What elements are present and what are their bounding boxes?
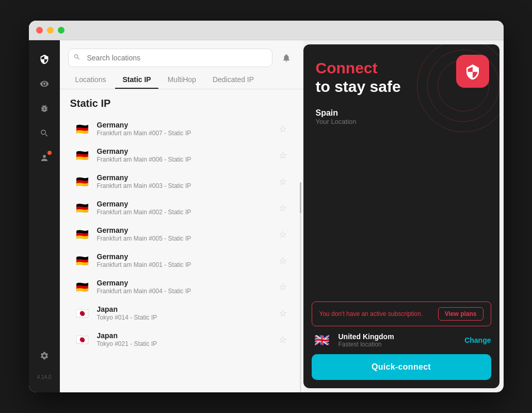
scrollbar-track[interactable]	[300, 182, 301, 392]
app-body: 4.14.0	[29, 40, 504, 392]
minimize-button[interactable]	[47, 27, 54, 34]
location-subtitle: Frankfurt am Main #003 - Static IP	[97, 182, 277, 189]
favorite-button[interactable]: ☆	[277, 227, 289, 242]
logo-circle	[456, 55, 489, 88]
location-subtitle: Frankfurt am Main #006 - Static IP	[97, 156, 277, 163]
list-item[interactable]: 🇩🇪 Germany Frankfurt am Main #002 - Stat…	[64, 195, 299, 221]
quick-connect-button[interactable]: Quick-connect	[312, 354, 491, 380]
sidebar-item-eye[interactable]	[34, 73, 55, 94]
location-name: Germany	[97, 173, 277, 182]
view-plans-button[interactable]: View plans	[438, 307, 483, 321]
list-item[interactable]: 🇩🇪 Germany Frankfurt am Main #005 - Stat…	[64, 221, 299, 247]
fastest-label: Fastest location	[338, 341, 459, 348]
location-subtitle: Frankfurt am Main #001 - Static IP	[97, 261, 277, 268]
location-name: Germany	[97, 226, 277, 234]
fastest-info: United Kingdom Fastest location	[338, 332, 459, 348]
tabs-row: Locations Static IP MultiHop Dedicated I…	[60, 71, 303, 89]
favorite-button[interactable]: ☆	[277, 174, 289, 189]
location-info: Germany Frankfurt am Main #002 - Static …	[97, 200, 277, 216]
favorite-button[interactable]: ☆	[277, 253, 289, 268]
location-info: Japan Tokyo #014 - Static IP	[97, 305, 277, 321]
favorite-button[interactable]: ☆	[277, 148, 289, 163]
sidebar-item-bug[interactable]	[34, 98, 55, 119]
location-name: Germany	[97, 252, 277, 261]
list-item[interactable]: 🇩🇪 Germany Frankfurt am Main #004 - Stat…	[64, 274, 299, 300]
location-name: Germany	[97, 147, 277, 155]
location-name: Germany	[97, 121, 277, 129]
flag-icon: 🇩🇪	[74, 123, 91, 135]
favorite-button[interactable]: ☆	[277, 332, 289, 347]
location-subtitle: Tokyo #021 - Static IP	[97, 340, 277, 347]
flag-icon: 🇩🇪	[74, 229, 91, 240]
location-info: Germany Frankfurt am Main #005 - Static …	[97, 226, 277, 242]
tab-static-ip[interactable]: Static IP	[115, 71, 158, 89]
favorite-button[interactable]: ☆	[277, 121, 289, 137]
profile-badge	[47, 151, 52, 155]
version-label: 4.14.0	[37, 370, 52, 384]
list-item[interactable]: 🇩🇪 Germany Frankfurt am Main #001 - Stat…	[64, 247, 299, 274]
location-subtitle: Frankfurt am Main #002 - Static IP	[97, 209, 277, 216]
tab-locations[interactable]: Locations	[68, 71, 114, 89]
change-button[interactable]: Change	[464, 336, 491, 344]
location-info: Germany Frankfurt am Main #001 - Static …	[97, 252, 277, 268]
fastest-row: 🇬🇧 United Kingdom Fastest location Chang…	[312, 332, 491, 348]
location-name: Germany	[97, 279, 277, 287]
flag-icon: 🇯🇵	[74, 308, 91, 319]
location-subtitle: Frankfurt am Main #005 - Static IP	[97, 235, 277, 242]
flag-icon: 🇩🇪	[74, 150, 91, 161]
connect-highlight: Connect	[316, 59, 378, 76]
sidebar-item-search[interactable]	[34, 123, 55, 144]
uk-flag: 🇬🇧	[312, 333, 332, 347]
close-button[interactable]	[36, 27, 43, 34]
fastest-country: United Kingdom	[338, 332, 459, 341]
flag-icon: 🇩🇪	[74, 255, 91, 266]
tab-multihop[interactable]: MultiHop	[160, 71, 203, 89]
notification-button[interactable]	[278, 49, 295, 67]
search-bar-area	[60, 40, 303, 71]
location-subtitle: Tokyo #014 - Static IP	[97, 314, 277, 321]
flag-icon: 🇩🇪	[74, 176, 91, 187]
list-item[interactable]: 🇩🇪 Germany Frankfurt am Main #006 - Stat…	[64, 142, 299, 168]
location-info: Germany Frankfurt am Main #003 - Static …	[97, 173, 277, 189]
favorite-button[interactable]: ☆	[277, 279, 289, 295]
sidebar-item-profile[interactable]	[34, 148, 55, 168]
location-info: Japan Tokyo #021 - Static IP	[97, 331, 277, 347]
sidebar-item-settings[interactable]	[34, 345, 55, 366]
location-info: Germany Frankfurt am Main #004 - Static …	[97, 279, 277, 295]
scrollbar-thumb	[300, 182, 301, 213]
location-list: Static IP 🇩🇪 Germany Frankfurt am Main #…	[60, 89, 303, 392]
maximize-button[interactable]	[58, 27, 65, 34]
main-panel: Locations Static IP MultiHop Dedicated I…	[60, 40, 303, 392]
right-panel: Connect to stay safe Spain Your Location…	[303, 44, 499, 388]
location-subtitle: Frankfurt am Main #007 - Static IP	[97, 130, 277, 137]
flag-icon: 🇯🇵	[74, 334, 91, 345]
titlebar	[29, 21, 504, 40]
sidebar-item-shield[interactable]	[34, 49, 55, 69]
favorite-button[interactable]: ☆	[277, 200, 289, 216]
search-input[interactable]	[68, 49, 272, 67]
list-item[interactable]: 🇯🇵 Japan Tokyo #014 - Static IP ☆	[64, 300, 299, 326]
section-title: Static IP	[60, 96, 303, 116]
location-subtitle: Frankfurt am Main #004 - Static IP	[97, 288, 277, 295]
favorite-button[interactable]: ☆	[277, 306, 289, 321]
list-item[interactable]: 🇯🇵 Japan Tokyo #021 - Static IP ☆	[64, 326, 299, 353]
app-window: 4.14.0	[29, 21, 504, 392]
sidebar: 4.14.0	[29, 40, 60, 392]
tab-dedicated-ip[interactable]: Dedicated IP	[205, 71, 261, 89]
location-items-container: 🇩🇪 Germany Frankfurt am Main #007 - Stat…	[60, 116, 303, 353]
list-item[interactable]: 🇩🇪 Germany Frankfurt am Main #007 - Stat…	[64, 116, 299, 142]
hero-area: Connect to stay safe Spain Your Location	[303, 44, 499, 301]
location-name: Japan	[97, 305, 277, 313]
connect-rest: to stay safe	[316, 78, 401, 95]
subscription-message: You don't have an active subscription.	[319, 310, 423, 317]
location-name: Germany	[97, 200, 277, 208]
flag-icon: 🇩🇪	[74, 281, 91, 293]
search-icon	[73, 54, 80, 62]
svg-point-0	[43, 83, 45, 85]
list-item[interactable]: 🇩🇪 Germany Frankfurt am Main #003 - Stat…	[64, 168, 299, 195]
flag-icon: 🇩🇪	[74, 202, 91, 214]
search-input-wrap	[68, 49, 272, 67]
subscription-banner: You don't have an active subscription. V…	[312, 301, 491, 326]
location-info: Germany Frankfurt am Main #006 - Static …	[97, 147, 277, 163]
location-info: Germany Frankfurt am Main #007 - Static …	[97, 121, 277, 137]
